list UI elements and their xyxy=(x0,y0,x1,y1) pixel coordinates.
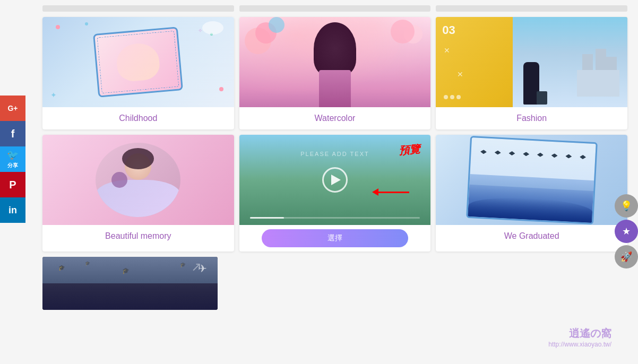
luggage xyxy=(537,91,547,105)
graduation-cap xyxy=(537,152,543,157)
graduation-cap xyxy=(508,151,515,155)
graduation-cap xyxy=(551,153,557,158)
video-progress-bar[interactable] xyxy=(250,217,420,219)
pinterest-button[interactable]: P xyxy=(0,172,25,197)
star-decoration: ✦ xyxy=(50,91,57,99)
twitter-icon: 🐦 xyxy=(7,149,19,161)
graduation-crowd-bottom xyxy=(42,283,218,310)
video-preview-card[interactable]: PLEASE ADD TEXT 預覽 選擇 xyxy=(239,135,431,252)
lightbulb-icon: 💡 xyxy=(620,200,632,212)
childhood-photo-frame xyxy=(93,27,183,97)
graduation-cap xyxy=(579,154,585,159)
body-silhouette xyxy=(319,70,351,107)
graduation-caps xyxy=(471,148,595,160)
fashion-image: 03 ✕ ✕ xyxy=(436,17,627,107)
cap-icon: 🎓 xyxy=(180,262,186,267)
dot-decoration xyxy=(219,87,223,91)
play-button[interactable] xyxy=(322,167,348,193)
watercolor-person xyxy=(239,17,431,107)
fashion-right-panel xyxy=(513,17,627,107)
bottom-graduation-card[interactable]: 🎓 🎓 🎓 🎓 ✈ ↗ xyxy=(42,257,218,310)
cloud-decoration xyxy=(202,21,223,34)
arrow-line xyxy=(377,192,409,193)
share-label: 分享 xyxy=(7,162,18,169)
star-decoration: ✧ xyxy=(198,28,202,33)
graduation-cap xyxy=(480,149,486,154)
we-graduated-title: We Graduated xyxy=(436,225,627,247)
watercolor-title: Watercolor xyxy=(239,107,431,129)
hair xyxy=(122,148,154,169)
dot-decoration xyxy=(56,25,60,29)
graduation-cap xyxy=(494,150,501,155)
right-action-buttons: 💡 ★ 🚀 xyxy=(615,194,638,268)
play-triangle-icon xyxy=(331,175,341,185)
childhood-card[interactable]: ✦ ✧ Childhood xyxy=(42,17,234,129)
fashion-x2: ✕ xyxy=(457,70,463,79)
bottom-section: 🎓 🎓 🎓 🎓 ✈ ↗ xyxy=(42,257,627,310)
cap-icon: 🎓 xyxy=(58,265,65,271)
select-button[interactable]: 選擇 xyxy=(262,229,408,247)
right-btn-2[interactable]: ★ xyxy=(615,220,638,243)
graduation-cap xyxy=(565,154,572,159)
castle-silhouette xyxy=(572,54,625,97)
person-in-heart xyxy=(96,143,180,217)
watermark: 逍遙の窩 http://www.xiaoyao.tw/ xyxy=(548,326,611,348)
cap-icon: 🎓 xyxy=(122,267,130,274)
flower-blob xyxy=(269,17,284,33)
card-grid: ✦ ✧ Childhood W xyxy=(42,17,627,252)
star-icon: ★ xyxy=(622,226,631,237)
arrow-annotation xyxy=(377,192,409,193)
fashion-title: Fashion xyxy=(436,107,627,129)
beautiful-memory-image: ♥ xyxy=(42,135,234,225)
beautiful-memory-card[interactable]: ♥ Beautiful memory xyxy=(42,135,234,252)
video-progress-fill xyxy=(250,217,284,219)
watermark-title: 逍遙の窩 xyxy=(548,326,611,341)
top-strip xyxy=(42,5,627,12)
fashion-card[interactable]: 03 ✕ ✕ xyxy=(436,17,627,129)
video-overlay-text: PLEASE ADD TEXT xyxy=(300,151,369,157)
twitter-button[interactable]: 🐦 分享 xyxy=(0,146,25,172)
crowd-body xyxy=(468,195,593,222)
right-btn-1[interactable]: 💡 xyxy=(615,194,638,218)
bottom-card-bg: 🎓 🎓 🎓 🎓 ✈ ↗ xyxy=(42,257,218,310)
social-sidebar: G+ f 🐦 分享 P in xyxy=(0,96,25,223)
cap-icon: 🎓 xyxy=(85,261,90,266)
preview-label: 預覽 xyxy=(398,142,420,158)
fashion-x1: ✕ xyxy=(444,46,450,55)
main-content: ✦ ✧ Childhood W xyxy=(32,0,638,315)
we-graduated-image xyxy=(436,135,627,225)
we-graduated-card[interactable]: We Graduated xyxy=(436,135,627,252)
graduation-photo-frame xyxy=(466,135,598,224)
right-btn-3[interactable]: 🚀 xyxy=(615,245,638,268)
baby-image xyxy=(115,42,161,83)
arrow-decoration: ↗ xyxy=(191,259,202,274)
crowd-silhouette xyxy=(468,184,593,222)
google-plus-button[interactable]: G+ xyxy=(0,96,25,121)
dress xyxy=(96,180,180,217)
graduation-cap xyxy=(523,152,529,157)
watermark-url: http://www.xiaoyao.tw/ xyxy=(548,341,611,348)
chain-decoration xyxy=(444,95,461,99)
linkedin-button[interactable]: in xyxy=(0,197,25,223)
facebook-button[interactable]: f xyxy=(0,121,25,146)
fashion-left-panel: 03 ✕ ✕ xyxy=(436,17,512,107)
fashion-number: 03 xyxy=(442,23,506,37)
childhood-image: ✦ ✧ xyxy=(42,17,234,107)
watercolor-image xyxy=(239,17,431,107)
watercolor-card[interactable]: Watercolor xyxy=(239,17,431,129)
watercolor-hair xyxy=(314,22,356,75)
dot-decoration xyxy=(85,22,88,25)
video-card-footer: 選擇 xyxy=(239,225,431,252)
video-preview-image: PLEASE ADD TEXT 預覽 xyxy=(239,135,431,225)
rocket-icon: 🚀 xyxy=(620,251,632,263)
beautiful-memory-title: Beautiful memory xyxy=(42,225,234,247)
childhood-title: Childhood xyxy=(42,107,234,129)
